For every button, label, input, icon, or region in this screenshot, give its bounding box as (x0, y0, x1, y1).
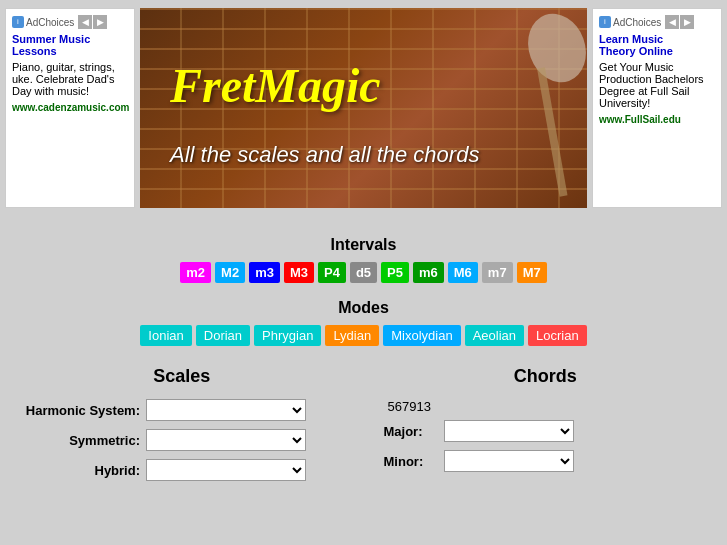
scales-col: Scales Harmonic System: Symmetric: Hybri… (20, 366, 364, 489)
right-adchoices-label: AdChoices (613, 17, 661, 28)
intervals-row: m2M2m3M3P4d5P5m6M6m7M7 (20, 262, 707, 283)
right-ad-body: Get Your Music Production Bachelors Degr… (599, 61, 715, 109)
adchoices-icon-right: i (599, 16, 611, 28)
mode-btn-dorian[interactable]: Dorian (196, 325, 250, 346)
mode-btn-ionian[interactable]: Ionian (140, 325, 191, 346)
two-col: Scales Harmonic System: Symmetric: Hybri… (20, 366, 707, 489)
left-ad: i AdChoices ◀ ▶ Summer Music Lessons Pia… (5, 8, 135, 208)
interval-btn-m6[interactable]: m6 (413, 262, 444, 283)
chords-title: Chords (384, 366, 708, 387)
minor-label: Minor: (384, 454, 444, 469)
banner-tagline: All the scales and all the chords (170, 142, 479, 168)
modes-row: IonianDorianPhrygianLydianMixolydianAeol… (20, 325, 707, 346)
right-ad: i AdChoices ◀ ▶ Learn Music Theory Onlin… (592, 8, 722, 208)
left-ad-title[interactable]: Summer Music Lessons (12, 33, 128, 57)
left-ad-title-line2: Lessons (12, 45, 57, 57)
major-row: Major: (384, 420, 708, 442)
left-adchoices-label: AdChoices (26, 17, 74, 28)
mode-btn-mixolydian[interactable]: Mixolydian (383, 325, 460, 346)
harmonic-label: Harmonic System: (20, 403, 140, 418)
left-ad-prev[interactable]: ◀ (78, 15, 92, 29)
left-ad-choices-bar: i AdChoices ◀ ▶ (12, 15, 128, 29)
main-content: Intervals m2M2m3M3P4d5P5m6M6m7M7 Modes I… (0, 216, 727, 499)
hybrid-select[interactable] (146, 459, 306, 481)
minor-row: Minor: (384, 450, 708, 472)
right-ad-next[interactable]: ▶ (680, 15, 694, 29)
left-ad-link[interactable]: Summer Music Lessons (12, 33, 90, 57)
svg-point-0 (519, 8, 587, 90)
hybrid-row: Hybrid: (20, 459, 344, 481)
interval-btn-m2[interactable]: m2 (180, 262, 211, 283)
interval-btn-m7[interactable]: M7 (517, 262, 547, 283)
mode-btn-phrygian[interactable]: Phrygian (254, 325, 321, 346)
hybrid-label: Hybrid: (20, 463, 140, 478)
symmetric-label: Symmetric: (20, 433, 140, 448)
chords-col: Chords 567913 Major: Minor: (364, 366, 708, 489)
major-label: Major: (384, 424, 444, 439)
major-select[interactable] (444, 420, 574, 442)
interval-btn-p5[interactable]: P5 (381, 262, 409, 283)
scales-title: Scales (20, 366, 344, 387)
mode-btn-locrian[interactable]: Locrian (528, 325, 587, 346)
adchoices-icon-left: i (12, 16, 24, 28)
right-ad-choices-bar: i AdChoices ◀ ▶ (599, 15, 715, 29)
mode-btn-lydian[interactable]: Lydian (325, 325, 379, 346)
banner: FretMagic All the scales and all the cho… (140, 8, 587, 208)
left-ad-body: Piano, guitar, strings, uke. Celebrate D… (12, 61, 128, 97)
interval-btn-m3[interactable]: M3 (284, 262, 314, 283)
left-ad-nav: ◀ ▶ (78, 15, 107, 29)
harmonic-select[interactable] (146, 399, 306, 421)
interval-btn-m2[interactable]: M2 (215, 262, 245, 283)
svg-rect-1 (537, 67, 567, 196)
symmetric-select[interactable] (146, 429, 306, 451)
harmonic-row: Harmonic System: (20, 399, 344, 421)
interval-btn-p4[interactable]: P4 (318, 262, 346, 283)
right-ad-prev[interactable]: ◀ (665, 15, 679, 29)
left-ad-title-line1: Summer Music (12, 33, 90, 45)
intervals-title: Intervals (20, 236, 707, 254)
left-ad-url[interactable]: www.cadenzamusic.com (12, 102, 129, 113)
chord-number: 567913 (388, 399, 708, 414)
right-ad-url[interactable]: www.FullSail.edu (599, 114, 681, 125)
interval-btn-m3[interactable]: m3 (249, 262, 280, 283)
right-ad-link[interactable]: Learn Music Theory Online (599, 33, 673, 57)
right-ad-title-line1: Learn Music (599, 33, 663, 45)
minor-select[interactable] (444, 450, 574, 472)
interval-btn-m6[interactable]: M6 (448, 262, 478, 283)
mode-btn-aeolian[interactable]: Aeolian (465, 325, 524, 346)
banner-guitar-svg (467, 8, 587, 208)
right-ad-title-line2: Theory Online (599, 45, 673, 57)
left-ad-next[interactable]: ▶ (93, 15, 107, 29)
right-ad-nav: ◀ ▶ (665, 15, 694, 29)
interval-btn-m7[interactable]: m7 (482, 262, 513, 283)
banner-brand: FretMagic (170, 58, 381, 113)
interval-btn-d5[interactable]: d5 (350, 262, 377, 283)
right-ad-title[interactable]: Learn Music Theory Online (599, 33, 715, 57)
symmetric-row: Symmetric: (20, 429, 344, 451)
modes-title: Modes (20, 299, 707, 317)
